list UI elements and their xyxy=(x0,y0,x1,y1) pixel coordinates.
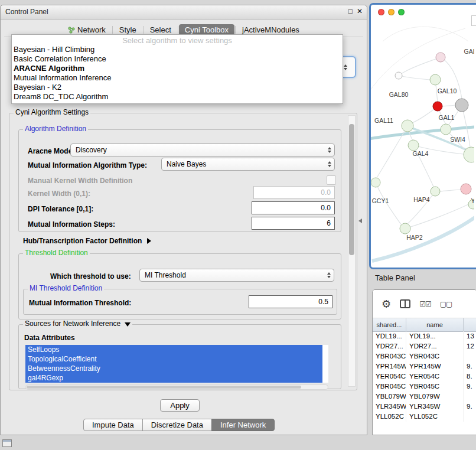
network-node[interactable] xyxy=(395,72,402,79)
column-header-shared[interactable]: shared... xyxy=(373,318,406,331)
data-attributes-list[interactable]: SelfLoopsTopologicalCoefficientBetweenne… xyxy=(25,345,328,383)
network-canvas[interactable]: GAL80GAL10GAL11GAL1SWI4GAL4GCY1HAP4HAP2G… xyxy=(371,5,474,264)
network-node[interactable] xyxy=(441,124,451,135)
attribute-item-topologicalcoefficient[interactable]: TopologicalCoefficient xyxy=(25,354,322,364)
network-edge[interactable] xyxy=(377,126,407,178)
control-panel-window: Control Panel □ ✕ NetworkStyleSelectCyni… xyxy=(0,5,367,435)
panel-dock-icon[interactable] xyxy=(2,439,12,447)
network-node[interactable] xyxy=(400,223,410,234)
network-edge[interactable] xyxy=(383,27,468,41)
apply-button[interactable]: Apply xyxy=(160,399,200,412)
algorithm-option-basic-correlation-inference[interactable]: Basic Correlation Inference xyxy=(12,54,343,64)
column-header-2[interactable] xyxy=(464,318,476,331)
mi-threshold-label: Mutual Information Threshold: xyxy=(29,299,131,307)
manual-kernel-width-label: Manual Kernel Width Definition xyxy=(28,177,132,185)
table-row[interactable]: YLL052CYLL052C xyxy=(373,412,476,422)
network-node[interactable] xyxy=(408,140,419,151)
network-node[interactable] xyxy=(371,178,380,187)
attribute-item-gal4rgexp[interactable]: gal4RGexp xyxy=(25,373,322,383)
which-threshold-select[interactable]: MI Threshold xyxy=(139,269,334,282)
window-buttons: □ ✕ xyxy=(348,7,363,15)
mi-threshold-input[interactable]: 0.5 xyxy=(249,295,332,308)
table-row[interactable]: YBR045CYBR045C9. xyxy=(373,381,476,392)
algorithm-option-dream8-dc-tdc-algorithm[interactable]: Dream8 DC_TDC Algorithm xyxy=(12,92,343,102)
table-row[interactable]: YLR345WYLR345W9. xyxy=(373,402,476,412)
algorithm-option-bayesian-k2[interactable]: Bayesian - K2 xyxy=(12,83,343,92)
zoom-window-icon[interactable] xyxy=(398,9,405,15)
tab-infer-network[interactable]: Infer Network xyxy=(211,419,275,431)
table-row[interactable]: YDL19...YDL19...13 xyxy=(373,331,476,341)
collapse-arrow-icon xyxy=(125,322,131,327)
table-cell: YBR043C xyxy=(406,351,464,361)
float-panel-icon[interactable]: □ xyxy=(348,7,353,15)
close-window-icon[interactable] xyxy=(378,9,384,15)
network-node[interactable] xyxy=(402,120,413,132)
table-cell xyxy=(464,412,476,422)
table-row[interactable]: YER054CYER054C8. xyxy=(373,371,476,381)
hub-section-toggle[interactable]: Hub/Transcription Factor Definition xyxy=(23,237,151,245)
settings-gear-icon[interactable]: ⚙ xyxy=(382,299,391,309)
network-edge[interactable] xyxy=(399,76,430,80)
control-panel-titlebar[interactable]: Control Panel □ ✕ xyxy=(1,5,367,19)
table-row[interactable]: YPR145WYPR145W9. xyxy=(373,361,476,371)
kernel-width-value: 0.0 xyxy=(321,188,331,197)
network-node[interactable] xyxy=(455,99,468,112)
table-cell: YLR345W xyxy=(373,402,406,412)
kernel-width-input[interactable]: 0.0 xyxy=(253,186,335,199)
network-node[interactable] xyxy=(430,74,441,85)
network-edge[interactable] xyxy=(371,28,465,93)
scrollbar-thumb[interactable] xyxy=(27,386,301,389)
mi-algorithm-type-value: Naive Bayes xyxy=(162,160,206,168)
which-threshold-value: MI Threshold xyxy=(140,271,186,279)
scrollbar-thumb[interactable] xyxy=(349,124,354,255)
threshold-definition-title: Threshold Definition xyxy=(23,249,90,257)
table-panel-window: ⚙☑☑▢▢ shared...name YDL19...YDL19...13YD… xyxy=(372,289,476,435)
control-panel-title: Control Panel xyxy=(5,8,48,16)
tab-impute-data[interactable]: Impute Data xyxy=(83,419,143,431)
column-header-name[interactable]: name xyxy=(406,318,464,331)
tab-separator xyxy=(143,26,144,34)
network-node[interactable] xyxy=(431,187,440,196)
network-node[interactable] xyxy=(433,102,442,111)
sources-section-toggle[interactable]: Sources for Network Inference xyxy=(23,320,132,328)
table-cell: 12 xyxy=(464,341,476,351)
mi-steps-input[interactable]: 6 xyxy=(252,217,335,230)
network-scrollbar-nub[interactable] xyxy=(471,15,476,26)
table-row[interactable]: YDR27...YDR27...12 xyxy=(373,341,476,351)
table-cell: YER054C xyxy=(406,371,464,381)
attribute-item-betweennesscentrality[interactable]: BetweennessCentrality xyxy=(25,364,322,373)
hide-columns-icon[interactable]: ▢▢ xyxy=(440,300,452,308)
tab-discretize-data[interactable]: Discretize Data xyxy=(142,419,212,431)
attribute-item-selfloops[interactable]: SelfLoops xyxy=(25,345,322,354)
dpi-tolerance-label: DPI Tolerance [0,1]: xyxy=(28,205,93,213)
table-row[interactable]: YBL079WYBL079W xyxy=(373,392,476,402)
algorithm-option-aracne-algorithm[interactable]: ARACNE Algorithm xyxy=(12,64,343,73)
network-edge[interactable] xyxy=(402,57,441,73)
algorithm-option-bayesian-hill-climbing[interactable]: Bayesian - Hill Climbing xyxy=(12,45,343,54)
attributes-hscrollbar[interactable] xyxy=(25,384,328,390)
network-node[interactable] xyxy=(461,184,471,194)
table-cell: 9. xyxy=(464,381,476,392)
algorithm-option-mutual-information-inference[interactable]: Mutual Information Inference xyxy=(12,73,343,83)
tab-label: Network xyxy=(77,25,106,34)
dpi-tolerance-input[interactable]: 0.0 xyxy=(252,201,335,214)
network-edge[interactable] xyxy=(372,215,474,261)
network-node-label: GAL1 xyxy=(439,114,455,121)
minimize-window-icon[interactable] xyxy=(388,9,395,15)
network-node[interactable] xyxy=(436,53,445,62)
bottom-tab-bar: Impute DataDiscretize DataInfer Network xyxy=(83,419,275,431)
table-header: shared...name xyxy=(373,318,476,332)
table-row[interactable]: YBR043CYBR043C xyxy=(373,351,476,361)
close-panel-icon[interactable]: ✕ xyxy=(357,7,363,15)
manual-kernel-width-checkbox[interactable] xyxy=(327,175,336,185)
show-columns-icon[interactable]: ☑☑ xyxy=(419,300,431,308)
mi-threshold-group-title: MI Threshold Definition xyxy=(28,285,104,292)
algorithm-definition-title: Algorithm Definition xyxy=(23,125,88,133)
expand-arrow-icon xyxy=(147,238,151,244)
aracne-mode-select[interactable]: Discovery xyxy=(70,144,335,156)
splitter-collapse-icon[interactable] xyxy=(358,219,362,223)
columns-icon[interactable] xyxy=(400,299,410,308)
settings-vscrollbar[interactable] xyxy=(348,115,356,387)
mi-algorithm-type-select[interactable]: Naive Bayes xyxy=(161,158,335,171)
table-cell: YBR043C xyxy=(373,351,406,361)
